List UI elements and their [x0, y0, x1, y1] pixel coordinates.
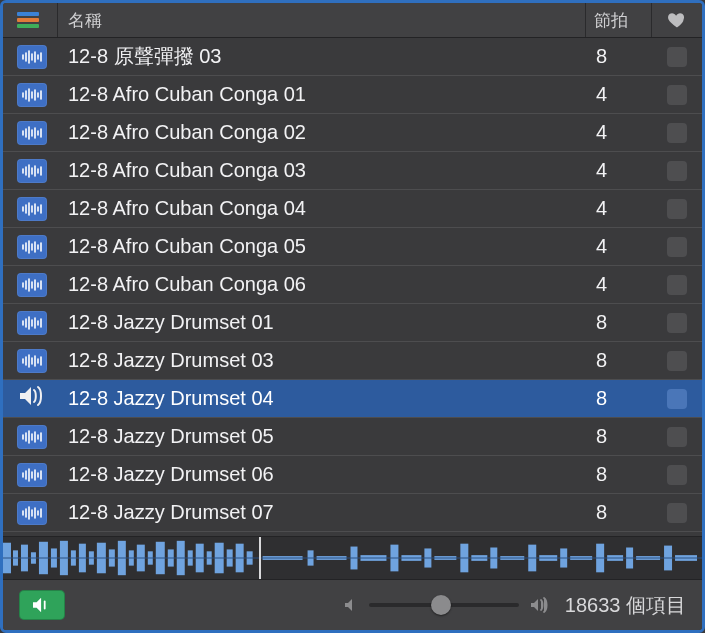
loop-beats: 4 [586, 159, 652, 182]
svg-rect-135 [44, 601, 46, 610]
waveform-icon [3, 537, 702, 579]
favorite-checkbox[interactable] [667, 47, 687, 67]
loop-name: 12-8 Jazzy Drumset 05 [58, 425, 586, 448]
volume-slider[interactable] [369, 603, 519, 607]
loop-name: 12-8 Jazzy Drumset 03 [58, 349, 586, 372]
loop-beats: 8 [586, 45, 652, 68]
table-row[interactable]: 12-8 Jazzy Drumset 068 [3, 456, 702, 494]
audio-loop-icon [17, 121, 47, 145]
audio-loop-icon [17, 349, 47, 373]
audio-loop-icon [17, 501, 47, 525]
audio-loop-icon [17, 197, 47, 221]
column-header-row: 名稱 節拍 [3, 3, 702, 38]
favorite-checkbox[interactable] [667, 85, 687, 105]
favorite-checkbox[interactable] [667, 503, 687, 523]
column-header-favorite[interactable] [652, 3, 702, 37]
audio-loop-icon [17, 159, 47, 183]
footer-bar: 18633 個項目 [3, 580, 702, 630]
playhead[interactable] [259, 537, 261, 579]
loop-beats: 8 [586, 387, 652, 410]
table-row[interactable]: 12-8 Jazzy Drumset 018 [3, 304, 702, 342]
volume-low-icon [343, 597, 359, 613]
loop-beats: 4 [586, 121, 652, 144]
now-playing-icon [17, 385, 45, 412]
loop-name: 12-8 原聲彈撥 03 [58, 43, 586, 70]
favorite-checkbox[interactable] [667, 313, 687, 333]
loop-beats: 4 [586, 235, 652, 258]
table-row[interactable]: 12-8 原聲彈撥 038 [3, 38, 702, 76]
volume-control [343, 597, 551, 613]
audio-loop-icon [17, 463, 47, 487]
play-button[interactable] [19, 590, 65, 620]
favorite-checkbox[interactable] [667, 465, 687, 485]
favorite-checkbox[interactable] [667, 123, 687, 143]
table-row[interactable]: 12-8 Afro Cuban Conga 064 [3, 266, 702, 304]
table-row[interactable]: 12-8 Afro Cuban Conga 044 [3, 190, 702, 228]
table-row[interactable]: 12-8 Afro Cuban Conga 024 [3, 114, 702, 152]
favorite-checkbox[interactable] [667, 351, 687, 371]
audio-loop-icon [17, 235, 47, 259]
loop-name: 12-8 Afro Cuban Conga 06 [58, 273, 586, 296]
loop-name: 12-8 Afro Cuban Conga 05 [58, 235, 586, 258]
heart-icon [667, 10, 687, 30]
table-row[interactable]: 12-8 Jazzy Drumset 058 [3, 418, 702, 456]
volume-thumb[interactable] [431, 595, 451, 615]
list-view-icon [17, 12, 39, 28]
table-row[interactable]: 12-8 Jazzy Drumset 048 [3, 380, 702, 418]
table-row[interactable]: 12-8 Jazzy Drumset 078 [3, 494, 702, 532]
loop-beats: 4 [586, 273, 652, 296]
table-row[interactable]: 12-8 Afro Cuban Conga 014 [3, 76, 702, 114]
view-mode-button[interactable] [3, 3, 58, 37]
audio-loop-icon [17, 45, 47, 69]
item-count: 18633 個項目 [565, 592, 686, 619]
waveform-preview[interactable] [3, 536, 702, 580]
loop-name: 12-8 Jazzy Drumset 04 [58, 387, 586, 410]
column-header-name[interactable]: 名稱 [58, 3, 586, 37]
volume-high-icon [529, 597, 551, 613]
table-row[interactable]: 12-8 Afro Cuban Conga 054 [3, 228, 702, 266]
audio-loop-icon [17, 425, 47, 449]
favorite-checkbox[interactable] [667, 275, 687, 295]
loop-beats: 8 [586, 463, 652, 486]
loop-beats: 4 [586, 197, 652, 220]
loop-beats: 4 [586, 83, 652, 106]
column-header-beats[interactable]: 節拍 [586, 3, 652, 37]
loop-name: 12-8 Afro Cuban Conga 03 [58, 159, 586, 182]
loop-name: 12-8 Afro Cuban Conga 02 [58, 121, 586, 144]
favorite-checkbox[interactable] [667, 427, 687, 447]
loop-name: 12-8 Afro Cuban Conga 04 [58, 197, 586, 220]
table-row[interactable]: 12-8 Afro Cuban Conga 034 [3, 152, 702, 190]
favorite-checkbox[interactable] [667, 237, 687, 257]
audio-loop-icon [17, 83, 47, 107]
loop-name: 12-8 Afro Cuban Conga 01 [58, 83, 586, 106]
loop-beats: 8 [586, 501, 652, 524]
favorite-checkbox[interactable] [667, 161, 687, 181]
loop-name: 12-8 Jazzy Drumset 06 [58, 463, 586, 486]
favorite-checkbox[interactable] [667, 199, 687, 219]
speaker-play-icon [31, 596, 53, 614]
loop-name: 12-8 Jazzy Drumset 01 [58, 311, 586, 334]
table-row[interactable]: 12-8 Jazzy Drumset 038 [3, 342, 702, 380]
audio-loop-icon [17, 311, 47, 335]
favorite-checkbox[interactable] [667, 389, 687, 409]
loop-beats: 8 [586, 311, 652, 334]
audio-loop-icon [17, 273, 47, 297]
loop-beats: 8 [586, 349, 652, 372]
loop-beats: 8 [586, 425, 652, 448]
loop-list[interactable]: 12-8 原聲彈撥 03812-8 Afro Cuban Conga 01412… [3, 38, 702, 536]
loop-name: 12-8 Jazzy Drumset 07 [58, 501, 586, 524]
